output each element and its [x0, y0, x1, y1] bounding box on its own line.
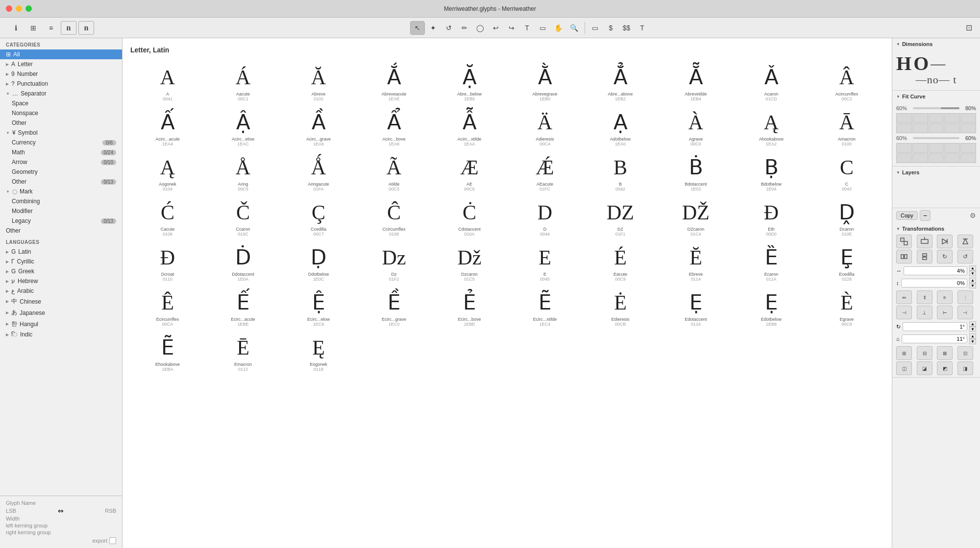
copy-button[interactable]: Copy [896, 211, 918, 220]
minimize-button[interactable] [16, 5, 22, 12]
transform-scale-x[interactable] [896, 250, 912, 263]
sidebar-item-nonspace[interactable]: Nonspace [0, 108, 122, 118]
glyph-cell[interactable]: ÂAcircumflex00C2 [809, 60, 884, 104]
glyph-cell[interactable]: ḒDcaron010E [809, 195, 884, 239]
fit-60-slider[interactable] [913, 107, 959, 109]
transform-extra6[interactable]: ◪ [917, 361, 932, 375]
glyph-cell[interactable]: ÃAtilde00C3 [357, 150, 431, 194]
scale-x-increment[interactable]: ▲ [969, 265, 976, 271]
glyph-cell[interactable]: ĘEogonek0118 [281, 330, 356, 374]
glyph-cell[interactable]: ḌDdotbelow1E0C [281, 240, 356, 284]
glyph-cell[interactable]: ẬAcirc...elow1EAC [206, 105, 280, 149]
glyph-cell[interactable]: ǺAringacute01FA [281, 150, 356, 194]
glyph-cell[interactable]: AA0041 [130, 60, 205, 104]
transform-extra2[interactable]: ⊟ [917, 346, 932, 360]
list-view-button[interactable]: ≡ [43, 21, 59, 35]
close-button[interactable] [6, 5, 12, 12]
transform-rotate-cw[interactable]: ↻ [937, 250, 953, 263]
glyph-cell[interactable]: ỀEcirc...grave1EC0 [357, 285, 431, 329]
scale-y-decrement[interactable]: ▼ [969, 283, 976, 288]
sidebar-item-number[interactable]: ▶ 9 Number [0, 69, 122, 79]
fit-curve-header[interactable]: ▼ Fit Curve [892, 91, 980, 102]
glyph-cell[interactable]: ĈCcircumflex0108 [357, 195, 431, 239]
glyph-cell[interactable]: ÅAring00C5 [206, 150, 280, 194]
glyph-cell[interactable]: ÈEgrave00C8 [809, 285, 884, 329]
transform-extra4[interactable]: ⊡ [957, 346, 973, 360]
glyph-cell[interactable]: ĒEmacron0112 [206, 330, 280, 374]
glyph-cell[interactable]: DD0044 [508, 195, 582, 239]
sidebar-item-other-sym[interactable]: Other 0/13 [0, 177, 122, 187]
glyph-cell[interactable]: ẰAbrevegrave1EB0 [508, 60, 582, 104]
gear-icon[interactable]: ⚙ [970, 212, 976, 219]
glyph-cell[interactable]: ĀAmacron0100 [809, 105, 884, 149]
node-tool-button[interactable]: ✦ [426, 21, 441, 35]
transform-reflect-x[interactable]: ⇔ [896, 290, 912, 304]
glyph-cell[interactable]: ḊDdotaccent1E0A [206, 240, 280, 284]
glyph-cell[interactable]: ĄAhookabove1EA2 [734, 105, 808, 149]
select-tool-button[interactable]: ↖ [410, 21, 425, 35]
glyph-cell[interactable]: ỆEcirc...elow1EC6 [281, 285, 356, 329]
sidebar-item-indic[interactable]: ▶ ि Indic [0, 330, 122, 339]
undo-button[interactable]: ↩ [489, 21, 503, 35]
glyph-cell[interactable]: ÀAgrave00C0 [659, 105, 733, 149]
dollar-tool-button[interactable]: $ [604, 21, 618, 35]
glyph-cell[interactable]: DZDZ01F1 [583, 195, 658, 239]
transform-rotate-ccw[interactable]: ↺ [957, 250, 973, 263]
glyph-cell[interactable]: ḄBdotbelow1E04 [734, 150, 808, 194]
glyph-cell[interactable]: ẨAcirc...bove1EA8 [357, 105, 431, 149]
redo-button[interactable]: ↪ [504, 21, 519, 35]
skew-decrement[interactable]: ▼ [969, 339, 976, 344]
transform-extra8[interactable]: ◨ [957, 361, 973, 375]
glyph-cell[interactable]: ẤAcirc...acute1EA4 [130, 105, 205, 149]
transform-scale-y[interactable] [917, 250, 932, 263]
maximize-button[interactable] [25, 5, 32, 12]
sidebar-item-separator[interactable]: ▼ … Separator [0, 89, 122, 98]
transform-align-tc[interactable] [917, 235, 932, 248]
glyph-cell[interactable]: ĖEdieresis00CB [583, 285, 658, 329]
dimensions-header[interactable]: ▼ Dimensions [892, 38, 980, 50]
glyph-cell[interactable]: ẾEcirc...acute1EBE [206, 285, 280, 329]
info-tool-button[interactable]: ℹ [8, 21, 24, 35]
export-checkbox[interactable] [109, 537, 116, 544]
glyph-cell[interactable]: ÊEcircumflex00CA [130, 285, 205, 329]
glyph-cell[interactable]: ẠAdotbelow1EA0 [583, 105, 658, 149]
transform-extra5[interactable]: ◫ [896, 361, 912, 375]
transform-align-l[interactable]: ⊢ [937, 306, 953, 319]
fit-60b-slider[interactable] [913, 137, 959, 139]
glyph-cell[interactable]: ȄEcaron011A [734, 240, 808, 284]
glyph-cell[interactable]: ČCcaron010C [206, 195, 280, 239]
glyph-cell[interactable]: ẸEdotaccent0116 [659, 285, 733, 329]
sidebar-item-currency[interactable]: Currency 0/6 [0, 138, 122, 147]
glyph-cell[interactable]: ĐDcroat0110 [130, 240, 205, 284]
glyph-cell[interactable]: ÁAacute00C1 [206, 60, 280, 104]
text-tool-button[interactable]: T [520, 21, 535, 35]
glyph-cell[interactable]: BB0042 [583, 150, 658, 194]
sidebar-item-symbol[interactable]: ▼ ¥ Symbol [0, 128, 122, 138]
glyph-cell[interactable]: ẪAcirc...xtilde1EAA [432, 105, 507, 149]
glyph-cell[interactable]: ẶAbre...below1EB6 [432, 60, 507, 104]
transform-flip-v[interactable] [957, 235, 973, 248]
sidebar-item-other-sep[interactable]: Other [0, 118, 122, 128]
glyph-cell[interactable]: ẸEdotbelow1EB8 [734, 285, 808, 329]
glyph-cell[interactable]: ǍAcaron01CD [734, 60, 808, 104]
glyph-cell[interactable]: ḂBdotaccent1E02 [659, 150, 733, 194]
layers-header[interactable]: ▼ Layers [892, 167, 980, 178]
sidebar-item-legacy[interactable]: Legacy 0/13 [0, 216, 122, 226]
sidebar-item-math[interactable]: Math 0/24 [0, 147, 122, 157]
scale-y-increment[interactable]: ▲ [969, 278, 976, 283]
glyph-cell[interactable]: ẼEhookabove1EBA [130, 330, 205, 374]
glyph-cell[interactable]: ȨEcedilla0228 [809, 240, 884, 284]
preview-n-button[interactable]: n [61, 21, 76, 35]
sidebar-item-modifier[interactable]: Modifier [0, 206, 122, 216]
sidebar-item-hebrew[interactable]: ▶ ע Hebrew [0, 276, 122, 286]
sidebar-item-other[interactable]: Other [0, 226, 122, 236]
glyph-cell[interactable]: ĆCacute0106 [130, 195, 205, 239]
glyph-cell[interactable]: DžDzcaron01C5 [432, 240, 507, 284]
glyph-cell[interactable]: ĔEbreve0114 [659, 240, 733, 284]
sidebar-item-arrow[interactable]: Arrow 0/10 [0, 157, 122, 167]
sidebar-item-arabic[interactable]: ▶ ع Arabic [0, 286, 122, 296]
window-controls[interactable] [6, 5, 32, 12]
rect-tool-button[interactable]: ▭ [536, 21, 550, 35]
sidebar-item-all[interactable]: ⊞ All [0, 49, 122, 59]
skew-input[interactable] [902, 334, 967, 343]
